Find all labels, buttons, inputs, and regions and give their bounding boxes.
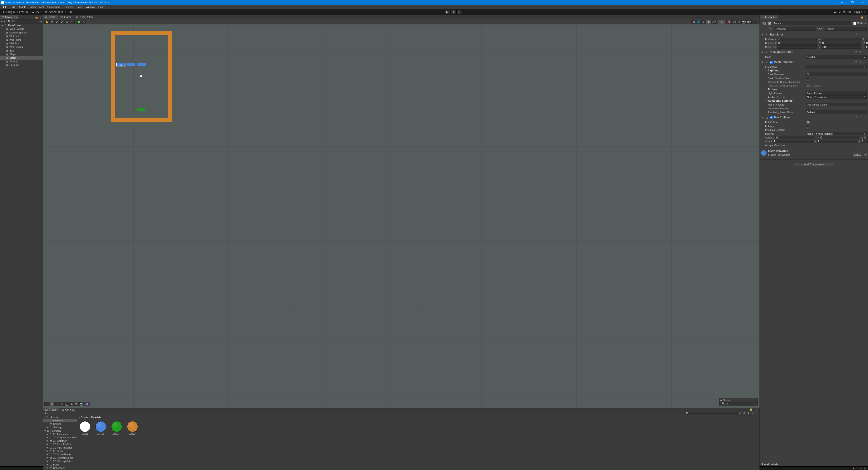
cast-shadows-dropdown[interactable]: On▾	[806, 72, 867, 76]
scene-block[interactable]	[127, 63, 135, 66]
tab-assetstore[interactable]: 🛍Asset Store	[74, 15, 96, 20]
asset-store-dropdown[interactable]: 🛍Asset Store	[43, 10, 68, 14]
shader-dropdown[interactable]: Unlit/Color▾	[778, 153, 851, 156]
scene-block-selected[interactable]	[117, 63, 125, 66]
camera-toggle[interactable]: 📷▾	[742, 20, 747, 24]
overlay-grid[interactable]: ⌗	[59, 402, 64, 406]
undo-history-button[interactable]: ↺	[837, 10, 842, 14]
position-x[interactable]	[777, 38, 817, 41]
scale-y[interactable]	[821, 45, 861, 49]
overlay-shuffle[interactable]: ⇄	[84, 402, 89, 406]
project-tree-item[interactable]: ▶🗀2D Animation	[43, 432, 76, 436]
scene-ball[interactable]	[140, 75, 142, 77]
project-tree-item[interactable]: ▶🗀Collections	[43, 466, 76, 470]
scene-search-input[interactable]: 🔍 All⫙	[720, 402, 756, 405]
overlay-drag-handle[interactable]: ⋮⋮	[44, 402, 50, 406]
more-icon[interactable]: ⋮	[752, 20, 756, 24]
project-add-button[interactable]: +	[44, 412, 47, 415]
menu-icon[interactable]: ≡▾	[864, 153, 867, 156]
project-breadcrumb[interactable]: ▾ Assets > Materials	[77, 415, 760, 419]
material-thumbnail[interactable]: Player	[110, 421, 123, 435]
transform-tool[interactable]: ✦	[69, 20, 74, 24]
chevron-down-icon[interactable]: ▾	[3, 21, 5, 23]
gameobject-enabled-checkbox[interactable]	[768, 22, 771, 25]
hierarchy-item[interactable]: ▣Wall Top	[0, 41, 43, 45]
provides-contacts-checkbox[interactable]	[806, 128, 809, 131]
light-probes-dropdown[interactable]: Blend Probes▾	[806, 92, 867, 95]
project-tree-item[interactable]: ▶🗀Burst	[43, 463, 76, 466]
renderer-enabled[interactable]	[770, 61, 773, 64]
layers-button[interactable]: ▦	[847, 10, 852, 14]
position-z[interactable]	[865, 38, 868, 41]
scale-z[interactable]	[865, 45, 868, 49]
wall-bottom[interactable]	[111, 118, 172, 122]
material-thumbnail[interactable]: Ball	[79, 421, 91, 435]
more-icon[interactable]: ⋮	[864, 149, 867, 152]
gameobject-icon[interactable]: ▧	[761, 20, 767, 26]
help-icon[interactable]: ?	[861, 149, 863, 152]
hierarchy-add-button[interactable]: +	[0, 20, 3, 23]
hierarchy-item[interactable]: ▣Block (2)	[0, 63, 43, 67]
contribute-gi-checkbox[interactable]	[806, 81, 809, 84]
wall-left[interactable]	[111, 31, 115, 122]
gizmos-toggle[interactable]: ▦▾	[747, 20, 752, 24]
overlay-zoom[interactable]: 🔍	[74, 402, 79, 406]
custom-tool[interactable]: ✎	[81, 20, 86, 24]
hierarchy-tree[interactable]: ▼⬡MainScene⋮ ▣Main Camera ▣Global Light …	[0, 24, 43, 466]
help-icon[interactable]: ?	[855, 33, 858, 36]
project-search[interactable]: 🔍	[684, 412, 738, 415]
visibility-toggle[interactable]: 👁	[737, 20, 742, 24]
inspector-tab[interactable]: ⓘInspector	[760, 15, 778, 20]
pivot-toggle[interactable]: ⬢	[76, 20, 81, 24]
filter-icon[interactable]: ⫙	[753, 402, 755, 405]
shading-toggle[interactable]: ⊕	[691, 20, 696, 24]
menu-window[interactable]: Window	[84, 5, 96, 9]
step-button[interactable]: ⏭	[456, 10, 462, 14]
status-icon[interactable]: ◧	[860, 467, 862, 470]
size-z[interactable]	[861, 140, 868, 143]
status-icon[interactable]: ⟳	[857, 467, 859, 470]
center-y[interactable]	[819, 136, 860, 139]
status-icon[interactable]: ⚡	[852, 467, 855, 470]
scale-link-icon[interactable]: ⛓	[772, 45, 774, 49]
overlay-move[interactable]: ✥	[50, 402, 55, 406]
static-shadow-checkbox[interactable]	[806, 76, 809, 80]
more-icon[interactable]: ⋮	[39, 15, 42, 19]
gameobject-name-input[interactable]	[773, 21, 851, 25]
drag-handle-icon[interactable]: ═	[720, 399, 722, 402]
tab-project[interactable]: 🗀Project	[43, 408, 59, 411]
window-close-button[interactable]: ✕	[858, 0, 868, 5]
center-z[interactable]	[864, 136, 868, 139]
hierarchy-item-selected[interactable]: ▣Block	[0, 56, 43, 60]
move-tool[interactable]: ✥	[50, 20, 55, 24]
globe-icon[interactable]: 🌐	[696, 20, 702, 24]
wall-top[interactable]	[111, 31, 172, 35]
object-picker-icon[interactable]: ⊙	[864, 55, 866, 58]
lock-icon[interactable]: 🔒	[860, 15, 864, 19]
fx-toggle[interactable]: ✧▾	[732, 20, 737, 24]
settings-button[interactable]: ⚙	[68, 10, 74, 14]
visibility-icon[interactable]: 👁	[742, 412, 746, 415]
hierarchy-item[interactable]: ▣Wall Left	[0, 34, 43, 38]
menu-edit[interactable]: Edit	[9, 5, 17, 9]
project-tree[interactable]: ▼🗀Assets🗀Materials🗀Scenes▶🗀Settings▼🗀Pac…	[43, 415, 77, 470]
rendering-layer-dropdown[interactable]: Default▾	[806, 111, 867, 114]
position-y[interactable]	[821, 38, 861, 41]
scene-view[interactable]: ⋮⋮ ✥ ⫞ ⌗ ◯ ◈ 🔍 📷 ⇄ ═Search 🔍 All⫙	[43, 24, 760, 408]
project-tree-item[interactable]: ▶🗀2D SpriteShape	[43, 452, 76, 456]
material-thumbnail[interactable]: Wall	[126, 421, 139, 435]
scale-x[interactable]	[777, 45, 817, 49]
project-tree-item[interactable]: ▶🗀2D Tilemap Editor	[43, 456, 76, 459]
rotate-tool[interactable]: ⟳	[55, 20, 59, 24]
account-dropdown[interactable]: ☁TA	[30, 10, 43, 14]
hierarchy-item[interactable]: ▣Wall Right	[0, 38, 43, 41]
static-dropdown[interactable]: Static▾	[852, 22, 867, 25]
menu-jobs[interactable]: Jobs	[75, 5, 84, 9]
overlay-camera[interactable]: 📷	[79, 402, 84, 406]
project-tree-item[interactable]: ▶🗀2D Pixel Perfect	[43, 442, 76, 446]
rotation-x[interactable]	[777, 41, 817, 45]
menu-component[interactable]: Component	[45, 5, 62, 9]
tag-dropdown[interactable]: Untagged▾	[774, 27, 816, 31]
pause-button[interactable]: ⏸	[451, 10, 456, 14]
menu-help[interactable]: Help	[96, 5, 105, 9]
